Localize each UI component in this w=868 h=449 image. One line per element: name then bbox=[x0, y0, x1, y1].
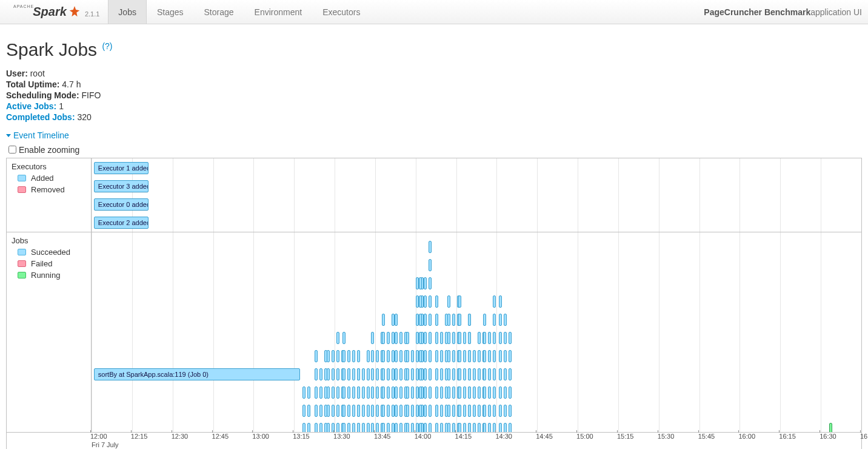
job-bar[interactable] bbox=[504, 387, 507, 399]
job-bar[interactable] bbox=[473, 368, 476, 380]
job-bar[interactable] bbox=[376, 423, 379, 432]
job-bar[interactable] bbox=[387, 387, 390, 399]
job-bar[interactable] bbox=[302, 387, 305, 399]
job-bar[interactable] bbox=[429, 387, 432, 399]
job-bar[interactable] bbox=[468, 368, 471, 380]
job-bar[interactable] bbox=[488, 368, 491, 380]
jobs-lane[interactable]: sortBy at SparkApp.scala:119 (Job 0) bbox=[92, 232, 861, 432]
job-bar[interactable] bbox=[452, 387, 455, 399]
job-bar[interactable] bbox=[473, 350, 476, 362]
job-bar[interactable] bbox=[315, 387, 318, 399]
job-bar[interactable] bbox=[463, 423, 466, 432]
job-bar[interactable] bbox=[499, 332, 502, 344]
job-bar[interactable] bbox=[509, 368, 512, 380]
job-bar[interactable] bbox=[352, 368, 355, 380]
job-bar[interactable] bbox=[504, 332, 507, 344]
job-bar[interactable] bbox=[468, 332, 471, 344]
job-bar[interactable] bbox=[493, 387, 496, 399]
job-bar[interactable] bbox=[447, 423, 450, 432]
job-bar[interactable] bbox=[411, 387, 414, 399]
job-bar[interactable] bbox=[327, 368, 330, 380]
job-bar[interactable] bbox=[419, 350, 422, 362]
job-bar[interactable] bbox=[419, 387, 422, 399]
job-bar[interactable] bbox=[452, 332, 455, 344]
job-bar[interactable] bbox=[473, 423, 476, 432]
job-bar[interactable] bbox=[357, 405, 360, 417]
job-bar[interactable] bbox=[429, 405, 432, 417]
job-bar[interactable] bbox=[463, 405, 466, 417]
job-bar[interactable] bbox=[424, 387, 427, 399]
job-bar[interactable] bbox=[342, 387, 346, 399]
job-bar[interactable] bbox=[387, 405, 390, 417]
job-bar[interactable] bbox=[483, 332, 486, 344]
job-bar[interactable] bbox=[342, 405, 346, 417]
job-bar[interactable] bbox=[302, 405, 305, 417]
job-bar[interactable] bbox=[504, 405, 507, 417]
job-bar[interactable] bbox=[493, 368, 496, 380]
job-bar[interactable] bbox=[332, 368, 335, 380]
job-bar[interactable] bbox=[493, 350, 496, 362]
tab-stages[interactable]: Stages bbox=[147, 0, 194, 24]
enable-zooming-checkbox[interactable] bbox=[8, 146, 16, 154]
job-bar[interactable] bbox=[357, 423, 360, 432]
job-bar[interactable] bbox=[367, 423, 370, 432]
job-bar[interactable] bbox=[478, 332, 481, 344]
job-bar[interactable] bbox=[468, 423, 471, 432]
job-bar[interactable] bbox=[429, 350, 432, 362]
job-bar[interactable] bbox=[307, 405, 310, 417]
job-bar[interactable] bbox=[357, 387, 360, 399]
event-timeline-toggle[interactable]: Event Timeline bbox=[6, 130, 69, 140]
job-bar[interactable] bbox=[424, 314, 427, 326]
job-bar[interactable] bbox=[406, 423, 409, 432]
job-bar[interactable] bbox=[493, 405, 496, 417]
job-bar[interactable] bbox=[367, 405, 370, 417]
job-bar[interactable] bbox=[332, 350, 335, 362]
job-bar[interactable] bbox=[429, 368, 432, 380]
job-bar[interactable] bbox=[463, 350, 466, 362]
job-bar[interactable] bbox=[387, 423, 390, 432]
job-bar[interactable] bbox=[406, 368, 409, 380]
job-bar[interactable] bbox=[336, 387, 339, 399]
job-bar[interactable] bbox=[319, 368, 322, 380]
job-bar[interactable] bbox=[493, 295, 496, 308]
job-bar[interactable] bbox=[483, 314, 486, 326]
job-bar[interactable] bbox=[429, 332, 432, 344]
job-bar[interactable] bbox=[347, 387, 350, 399]
job-bar[interactable] bbox=[435, 295, 438, 308]
job-bar[interactable] bbox=[395, 332, 398, 344]
job-bar[interactable] bbox=[447, 332, 450, 344]
job-bar[interactable] bbox=[367, 350, 370, 362]
job-bar-running[interactable] bbox=[829, 423, 832, 432]
job-bar[interactable] bbox=[488, 387, 491, 399]
job-bar[interactable] bbox=[406, 387, 409, 399]
job-bar[interactable] bbox=[440, 423, 443, 432]
job-bar[interactable] bbox=[429, 423, 432, 432]
job-bar[interactable] bbox=[315, 423, 318, 432]
job-bar[interactable] bbox=[504, 368, 507, 380]
job-bar[interactable] bbox=[468, 387, 471, 399]
job-bar[interactable] bbox=[376, 350, 379, 362]
job-bar[interactable] bbox=[411, 350, 414, 362]
job-bar[interactable] bbox=[463, 368, 466, 380]
job-bar[interactable] bbox=[509, 350, 512, 362]
job-bar[interactable] bbox=[435, 405, 438, 417]
job-bar[interactable] bbox=[483, 350, 486, 362]
completed-jobs-link[interactable]: Completed Jobs: bbox=[6, 112, 75, 122]
job-bar[interactable] bbox=[468, 405, 471, 417]
job-bar[interactable] bbox=[458, 314, 461, 326]
job-bar[interactable] bbox=[332, 405, 335, 417]
job-bar[interactable] bbox=[440, 387, 443, 399]
job-bar[interactable] bbox=[382, 387, 385, 399]
job-bar[interactable] bbox=[419, 332, 422, 344]
job-bar[interactable] bbox=[399, 332, 402, 344]
job-bar[interactable] bbox=[419, 368, 422, 380]
job-bar[interactable] bbox=[362, 405, 365, 417]
job-bar[interactable] bbox=[440, 350, 443, 362]
job-bar[interactable] bbox=[395, 423, 398, 432]
job-bar[interactable] bbox=[376, 368, 379, 380]
job-bar[interactable] bbox=[429, 295, 432, 308]
job-bar[interactable] bbox=[352, 423, 355, 432]
job-bar-job0[interactable]: sortBy at SparkApp.scala:119 (Job 0) bbox=[94, 368, 300, 380]
job-bar[interactable] bbox=[424, 332, 427, 344]
job-bar[interactable] bbox=[406, 350, 409, 362]
